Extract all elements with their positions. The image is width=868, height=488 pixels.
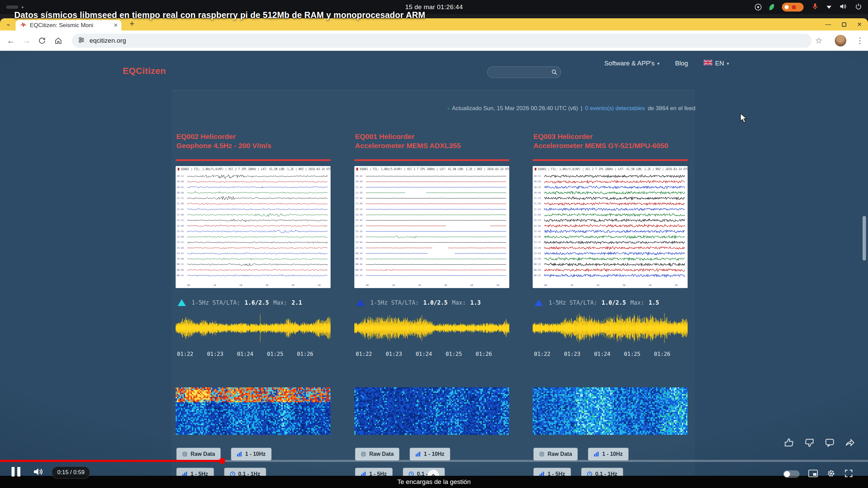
close-button[interactable]: ✕ [857,21,862,28]
sta-lta-row: 1-5Hz STA/LTA: 1.6/2.5 Max: 2.1 [178,299,302,306]
browser-toolbar: ← → eqcitizen.org ☆ ⋮ [0,30,868,51]
site-settings-tune-icon[interactable] [78,37,85,45]
trigger-triangle-icon [178,299,186,306]
reload-button[interactable] [35,30,50,51]
time-tick: 01:26 [654,351,670,357]
home-button[interactable] [51,30,66,51]
station-rule [533,159,688,161]
mouse-cursor [740,113,749,125]
filter-1-10hz-button[interactable]: 1 - 10Hz [231,448,271,461]
thumbs-up-icon[interactable] [784,437,794,448]
station-panel-eq001: EQ001 Helicorder Accelerometer MEMS ADXL… [354,132,509,488]
video-progress-bar[interactable] [0,460,868,462]
power-icon[interactable] [854,2,863,12]
database-icon [361,451,366,457]
trigger-waveform [176,312,331,344]
sta-value: 1.6/2.5 [244,299,269,306]
subtitle-text: Te encargas de la gestión [397,478,471,486]
time-axis: 01:22 01:23 01:24 01:25 01:26 [534,351,670,357]
station-panel-eq003: EQ003 Helicorder Accelerometer MEMS GY-5… [533,132,688,488]
back-button[interactable]: ← [3,30,18,51]
forward-button[interactable]: → [19,30,34,51]
new-tab-button[interactable]: + [130,19,135,28]
microphone-icon[interactable] [811,2,819,12]
station-title: EQ001 Helicorder Accelerometer MEMS ADXL… [355,132,461,150]
time-tick: 01:25 [446,351,462,357]
time-axis: 01:22 01:23 01:24 01:25 01:26 [356,351,492,357]
time-tick: 01:24 [594,351,610,357]
events-link[interactable]: 0 evento(s) detectables [585,105,645,112]
station-title-line1: EQ001 Helicorder [355,133,414,140]
header-divider [172,90,695,90]
search-icon [551,69,557,75]
system-clock[interactable]: 15 de mar 01:26:44 [405,3,463,11]
miniplayer-icon[interactable] [808,470,818,479]
comments-icon[interactable] [824,437,835,448]
station-title: EQ002 Helicorder Geophone 4.5Hz - 200 V/… [176,132,271,150]
url-text[interactable]: eqcitizen.org [90,37,126,44]
time-tick: 01:24 [237,351,253,357]
nav-language-label: EN [715,60,724,67]
nav-language-selector[interactable]: EN ▾ [704,60,729,67]
browser-tab-strip: ⌄ EQCitizen: Seismic Moni ✕ + — ✕ [0,18,868,30]
profile-avatar[interactable] [835,35,846,46]
helicorder-plot [176,166,331,288]
video-frame: 15 de mar 01:26:44 ⌄ [0,0,868,488]
database-icon [182,451,188,457]
station-rule [176,159,331,161]
nav-blog[interactable]: Blog [675,60,688,67]
max-label: Max: [273,299,287,306]
button-row: Raw Data 1 - 10Hz [355,448,450,461]
site-search-input[interactable] [487,66,561,78]
time-tick: 01:22 [356,351,372,357]
nav-software-apps[interactable]: Software & APP's ▾ [604,60,659,67]
stop-recording-icon[interactable] [792,5,796,9]
browser-tab[interactable]: EQCitizen: Seismic Moni ✕ [16,20,121,30]
site-logo[interactable]: EQCitizen [123,66,166,76]
max-label: Max: [630,299,644,306]
recording-widget[interactable] [782,3,804,12]
tab-close-icon[interactable]: ✕ [114,22,118,28]
site-nav: Software & APP's ▾ Blog EN ▾ [604,60,729,67]
address-bar[interactable]: eqcitizen.org [72,34,812,48]
feed-status-line: ▪ Actualizado Sun, 15 Mar 2026 00:26:40 … [448,105,695,112]
leaf-extension-icon[interactable] [769,4,775,11]
filter-1-10hz-button[interactable]: 1 - 10Hz [588,448,628,461]
station-rule [354,159,509,161]
browser-scrollbar[interactable] [863,216,866,261]
time-tick: 01:25 [624,351,640,357]
autoplay-toggle[interactable] [783,470,800,478]
status-separator: | [581,105,582,112]
volume-button[interactable] [33,467,44,478]
screen-capture-icon[interactable] [755,4,762,11]
share-icon[interactable] [845,437,855,448]
station-title-line2: Accelerometer MEMS GY-521/MPU-6050 [533,142,668,149]
workspace-dot-icon [22,6,23,8]
chevron-down-icon: ▾ [657,61,660,66]
station-title: EQ003 Helicorder Accelerometer MEMS GY-5… [533,132,668,150]
volume-icon[interactable] [839,2,847,12]
raw-data-button[interactable]: Raw Data [355,448,399,461]
video-time-display: 0:15 / 0:59 [52,466,90,479]
bookmark-star-icon[interactable]: ☆ [815,30,823,51]
tray-chevron-down-icon[interactable] [827,6,831,9]
video-title[interactable]: Datos sísmicos libmseed en tiempo real c… [14,10,425,20]
filter-1-10hz-button[interactable]: 1 - 10Hz [410,448,450,461]
nav-blog-label: Blog [675,60,688,67]
fullscreen-icon[interactable] [844,469,853,479]
raw-data-button[interactable]: Raw Data [176,448,221,461]
sta-lta-row: 1-5Hz STA/LTA: 1.0/2.5 Max: 1.3 [356,299,481,306]
browser-menu-icon[interactable]: ⋮ [856,30,864,51]
thumbs-down-icon[interactable] [804,437,815,448]
time-axis: 01:22 01:23 01:24 01:25 01:26 [177,351,313,357]
settings-gear-icon[interactable] [827,469,835,479]
record-dot-icon [785,5,789,9]
max-value: 1.5 [649,299,659,306]
time-tick: 01:25 [267,351,283,357]
helicorder-plot [354,166,509,288]
pause-button[interactable] [12,467,22,476]
minimize-button[interactable]: — [825,21,831,28]
restore-button[interactable] [842,22,846,27]
raw-data-button[interactable]: Raw Data [533,448,578,461]
tab-search-chevron-icon[interactable]: ⌄ [5,19,11,27]
